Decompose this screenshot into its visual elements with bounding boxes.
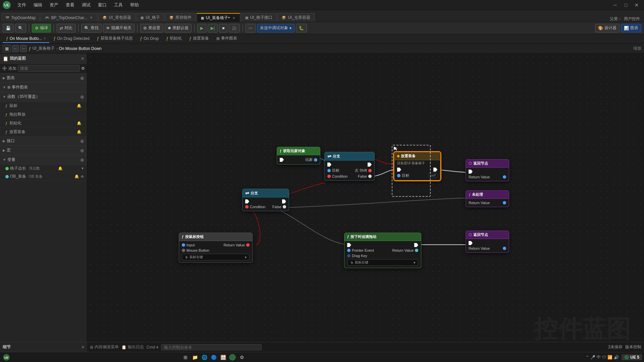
- menu-tools[interactable]: 工具: [111, 1, 126, 9]
- add-label[interactable]: 添加: [8, 66, 16, 71]
- sidebar-section-graphs-header[interactable]: ▶ 图表 ⊕: [0, 73, 87, 83]
- functions-add-icon[interactable]: ⊕: [80, 94, 84, 100]
- output-log-item[interactable]: 📋 输出日志: [121, 344, 144, 350]
- node-branch1[interactable]: ⇌ 分支 目标 左 Shift Condition: [324, 152, 375, 181]
- graph-button[interactable]: 📊 图表: [621, 24, 641, 33]
- close-button[interactable]: ✕: [632, 2, 641, 8]
- branch2-cond-in[interactable]: [245, 205, 249, 208]
- mousebutton-mb-in[interactable]: [182, 249, 185, 252]
- player-out-pin[interactable]: [314, 158, 317, 162]
- menu-view[interactable]: 查看: [62, 1, 78, 9]
- unhandled-val-out[interactable]: [503, 201, 506, 204]
- expand-gridsize-icon[interactable]: ▼: [81, 167, 84, 170]
- menu-debug[interactable]: 调试: [78, 1, 94, 9]
- console-input[interactable]: [161, 344, 262, 350]
- variables-add-icon[interactable]: ⊕: [80, 157, 84, 163]
- save-button[interactable]: 💾: [3, 24, 14, 33]
- func-tab-place[interactable]: ƒ 放置装备: [186, 35, 212, 43]
- compile-button[interactable]: ⚙ 编译: [32, 24, 51, 33]
- macros-add-icon[interactable]: ⊕: [80, 148, 84, 153]
- tab-close-equip[interactable]: ✕: [232, 16, 236, 20]
- node-place-equip[interactable]: ◆ 放置装备 目标是UI 装备格子 目标 self: [394, 152, 441, 181]
- return1-val-out[interactable]: [503, 175, 506, 179]
- sidebar-section-functions-header[interactable]: ▼ 函数（35可覆盖） ⊕: [0, 92, 87, 102]
- node-drag-detect[interactable]: ƒ 按下时侦测拖动 Pointer Event Return Value: [344, 233, 421, 268]
- camera-button[interactable]: 🎥: [229, 24, 240, 33]
- func-tab-event[interactable]: ⊞ 事件图表: [213, 35, 240, 43]
- tab-ui-bag[interactable]: 📦 UI_背包容器: [98, 13, 136, 22]
- eye-equip-icon[interactable]: 👁: [80, 175, 84, 179]
- sidebar-section-macros-header[interactable]: ▶ 宏 ⊕: [0, 146, 87, 155]
- find-in-cb-button[interactable]: 🔍: [15, 24, 26, 33]
- sidebar-item-init[interactable]: ƒ 初始化 🔔: [0, 119, 87, 128]
- tab-bp-topdown[interactable]: 🎮 BP_TopDownChar... ✕: [41, 13, 98, 22]
- tab-close-bp[interactable]: ✕: [89, 16, 93, 19]
- node-return1[interactable]: ⬡ 返回节点 Return Value: [466, 159, 509, 181]
- scroll-menu-item[interactable]: ⊞ 内容侧滚菜单: [90, 344, 119, 350]
- node-unhandled[interactable]: ƒ 未处理 Return Value: [466, 190, 509, 207]
- return2-val-out[interactable]: [503, 247, 506, 250]
- blueprint-menu-icon[interactable]: ▦: [3, 45, 11, 53]
- mousebutton-input-in[interactable]: [182, 243, 185, 247]
- sidebar-item-drag[interactable]: ƒ 拖拉释放: [0, 110, 87, 119]
- taskbar-ue-icon[interactable]: [228, 353, 237, 362]
- menu-asset[interactable]: 资产: [46, 1, 62, 9]
- minimize-button[interactable]: ─: [610, 2, 620, 8]
- graphs-add-icon[interactable]: ⊕: [80, 75, 84, 81]
- branch1-false-out[interactable]: [368, 175, 372, 178]
- class-defaults-button[interactable]: ✱ 类默认值: [165, 24, 192, 33]
- taskbar-files-icon[interactable]: 📁: [191, 353, 199, 362]
- hide-unrelated-button[interactable]: 👁 隐藏不相关: [103, 24, 135, 33]
- taskbar-settings-icon[interactable]: ⚙: [237, 353, 246, 362]
- node-branch2[interactable]: ⇌ 分支 Condition False: [242, 189, 289, 211]
- tab-equip-grid[interactable]: ▦ UI_装备格子• ✕: [197, 13, 240, 22]
- sidebar-var-gridsize[interactable]: 格子边长 浮点数 🔔 ▼: [0, 165, 87, 173]
- blueprint-canvas[interactable]: ƒ 获取玩家对象 玩家 ⇌ 分支: [87, 54, 644, 352]
- class-settings-button[interactable]: ⚙ 类设置: [140, 24, 163, 33]
- drag-return-out[interactable]: [415, 249, 418, 252]
- sidebar-item-mouse[interactable]: ƒ 鼠标 🔔: [0, 102, 87, 110]
- sidebar-close-button[interactable]: ✕: [81, 56, 84, 61]
- mousebutton-return-out[interactable]: [246, 243, 250, 247]
- stop-button[interactable]: ■: [219, 24, 227, 33]
- taskbar-chrome-icon[interactable]: 🔵: [209, 353, 218, 362]
- tab-topdownmap[interactable]: 🗺 TopDownMap: [1, 13, 40, 22]
- tab-grid-interface[interactable]: ▦ UI_格子接口: [241, 13, 277, 22]
- drag-key-in[interactable]: [347, 254, 351, 257]
- func-tab-ondrag[interactable]: ƒ On Drag Detected: [50, 35, 93, 43]
- sidebar-section-interface-header[interactable]: ▶ 接口 ⊕: [0, 136, 87, 146]
- sidebar-section-variables-header[interactable]: ▼ 变量 ⊕: [0, 155, 87, 165]
- interface-add-icon[interactable]: ⊕: [80, 138, 84, 144]
- branch1-target-in[interactable]: [327, 169, 331, 172]
- func-tab-init[interactable]: ƒ 初始化: [163, 35, 185, 43]
- debug-icon-btn[interactable]: 🐛: [296, 24, 307, 33]
- diff-button[interactable]: ⇄ 对比: [57, 24, 75, 33]
- func-tab-getequip[interactable]: ƒ 获取装备格子信息: [94, 35, 136, 43]
- maximize-button[interactable]: □: [621, 2, 631, 8]
- tab-ui-grid[interactable]: ▦ UI_格子: [136, 13, 164, 22]
- node-return2[interactable]: ⬡ 返回节点 Return Value: [466, 231, 509, 253]
- drag-dropdown[interactable]: 🖱 鼠标左键 ▾: [347, 259, 418, 266]
- step-button[interactable]: ▶|: [208, 24, 218, 33]
- func-tab-onmousedown[interactable]: ƒ On Mouse Butto... ✕: [3, 35, 49, 43]
- sidebar-search-input[interactable]: [18, 65, 80, 72]
- func-tab-ondrop[interactable]: ƒ On Drop: [137, 35, 162, 43]
- menu-edit[interactable]: 编辑: [30, 1, 46, 9]
- drag-pointer-in[interactable]: [347, 249, 351, 252]
- menu-file[interactable]: 文件: [14, 1, 30, 9]
- find-button[interactable]: 🔍 查找: [81, 24, 102, 33]
- place-target-in[interactable]: [397, 174, 400, 177]
- debug-target-dropdown[interactable]: 未连中调试对象 ▾: [257, 24, 294, 33]
- more-button[interactable]: ⋯: [246, 24, 256, 33]
- sidebar-var-equip[interactable]: OB_装备 OB 装备 🔔 👁: [0, 173, 87, 181]
- taskbar-edge-icon[interactable]: 🌐: [200, 353, 209, 362]
- play-button[interactable]: ▶: [197, 24, 206, 33]
- taskbar-logo-icon[interactable]: UE: [2, 353, 11, 362]
- node-mouse-button[interactable]: ƒ 按鼠标按钮 Input Return Value Mouse Button …: [179, 233, 253, 263]
- func-tab-close-0[interactable]: ✕: [43, 37, 46, 40]
- branch1-lshift-out[interactable]: [368, 169, 372, 172]
- designer-button[interactable]: 🎨 设计器: [595, 24, 620, 33]
- menu-help[interactable]: 帮助: [127, 1, 142, 9]
- node-get-player[interactable]: ƒ 获取玩家对象 玩家: [277, 147, 320, 165]
- sidebar-item-place[interactable]: ƒ 放置装备 🔔: [0, 128, 87, 136]
